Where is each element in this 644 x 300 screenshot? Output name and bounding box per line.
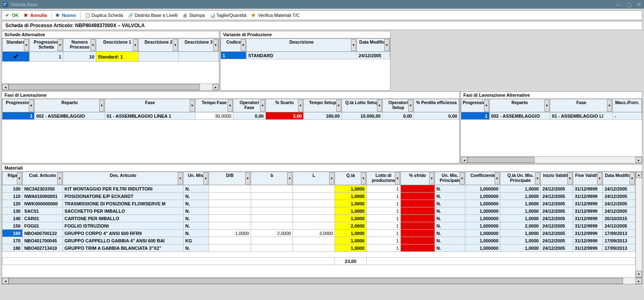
fasi-alt-row[interactable]: 1 002 - ASSEMBLAGGIO 01 - ASSEMBLAGGIO L… — [461, 112, 642, 120]
distinta-livelli-button[interactable]: 🔗Distinta Base a Livelli — [127, 12, 179, 19]
col-filter-icon[interactable]: ▾ — [29, 100, 34, 112]
materiali-row[interactable]: 150FOG01FOGLIO ISTRUZIONIN.2,00001N.1,00… — [2, 222, 635, 230]
fasi-lavorazione-title: Fasi di Lavorazione — [2, 92, 459, 99]
col-filter-icon[interactable]: ▾ — [484, 100, 489, 112]
col-filter-icon[interactable]: ▾ — [460, 172, 465, 184]
col-filter-icon[interactable]: ▾ — [607, 100, 612, 112]
col-filter-icon[interactable]: ▾ — [287, 172, 292, 184]
col-filter-icon[interactable]: ▾ — [91, 39, 95, 51]
col-filter-icon[interactable]: ▾ — [133, 39, 138, 51]
window-title: Distinta Base — [11, 2, 37, 7]
materiali-row[interactable]: 170NBO401700045GRUPPO CAPPELLO GABBIA 4"… — [2, 237, 635, 244]
fasi-alt-hscroll[interactable]: ◂▸ — [461, 156, 642, 163]
close-button[interactable]: ✕ — [637, 1, 642, 8]
col-filter-icon[interactable]: ▾ — [260, 100, 265, 112]
schede-row[interactable]: ✔ 1 10 Standard: 1 — [2, 52, 219, 62]
col-filter-icon[interactable]: ▾ — [173, 39, 178, 51]
app-icon — [2, 2, 8, 7]
col-filter-icon[interactable]: ▾ — [178, 172, 183, 184]
col-filter-icon[interactable]: ▾ — [17, 172, 22, 184]
schede-alternative-title: Schede Alternative — [2, 31, 219, 38]
main-toolbar: ✔OK ✖Annulla ✱Nuovo 📋Duplica Scheda 🔗Dis… — [2, 10, 642, 20]
svg-rect-0 — [3, 2, 8, 7]
col-filter-icon[interactable]: ▾ — [377, 100, 382, 112]
materiali-row[interactable]: 120NWK000000000TRASMISSIONE DI POSIZIONE… — [2, 200, 635, 207]
checkmark-icon: ✔ — [13, 53, 19, 60]
materiali-row[interactable]: 180NBO402713410GRUPPO TRIM A GABBIA BILA… — [2, 244, 635, 252]
col-filter-icon[interactable]: ▾ — [245, 172, 250, 184]
col-filter-icon[interactable]: ▾ — [190, 100, 195, 112]
col-filter-icon[interactable]: ▾ — [241, 39, 246, 51]
materiali-row[interactable]: 160NBO400700122GRUPPO CORPO 4" ANSI 600 … — [2, 230, 635, 237]
col-filter-icon[interactable]: ▾ — [395, 172, 400, 184]
svg-rect-2 — [5, 3, 7, 4]
verifica-materiali-button[interactable]: ✖Verifica Materiali T/C — [251, 12, 300, 19]
col-filter-icon[interactable]: ▾ — [24, 39, 29, 51]
col-filter-icon[interactable]: ▾ — [213, 39, 218, 51]
fasi-row[interactable]: 1 002 - ASSEMBLAGGIO 01 - ASSEMBLAGGIO L… — [2, 112, 459, 120]
annulla-button[interactable]: ✖Annulla — [23, 12, 48, 19]
fasi-lavorazione-grid[interactable]: Progressivo▾ Reparto▾ Fase▾ Tempo Fase▾ … — [2, 99, 459, 163]
col-filter-icon[interactable]: ▾ — [58, 39, 63, 51]
materiali-grid[interactable]: Riga▾Cod. Articolo▾Des. Articolo▾Un. Mis… — [2, 172, 635, 277]
col-filter-icon[interactable]: ▾ — [351, 39, 356, 51]
col-filter-icon[interactable]: ▾ — [228, 100, 232, 112]
col-filter-icon[interactable]: ▾ — [361, 172, 366, 184]
col-filter-icon[interactable]: ▾ — [336, 100, 341, 112]
svg-rect-3 — [4, 5, 5, 6]
materiali-row[interactable]: 100NIC342303350KIT MONTAGGIO PER FILTRI … — [2, 185, 635, 193]
materiali-vscroll[interactable]: ▴▾ — [635, 172, 642, 277]
materiali-row[interactable]: 130SAC01SACCHETTO PER IMBALLON.1,00001N.… — [2, 207, 635, 215]
window-titlebar: Distinta Base — ▢ ✕ — [0, 0, 644, 9]
variante-produzione-grid[interactable]: Codice▾ Descrizione▾ Data Modifica▾ 1 ST… — [221, 38, 390, 90]
minimize-button[interactable]: — — [616, 1, 621, 8]
variante-produzione-title: Variante di Produzione — [221, 31, 390, 38]
scheda-subtitle: Scheda di Processo Articolo: NBP80498370… — [2, 21, 642, 30]
svg-rect-1 — [4, 3, 5, 4]
schede-alternative-grid[interactable]: Standard▾ Progressivo Scheda▾ Numero Pro… — [2, 38, 219, 84]
variante-row[interactable]: 1 STANDARD 24/12/2005 — [221, 52, 390, 59]
materiali-total-row: 23,00 — [2, 258, 635, 265]
col-filter-icon[interactable]: ▾ — [203, 172, 208, 184]
materiali-row[interactable]: 110NWA010000001POSIZIONATORE E/P ECKARDT… — [2, 193, 635, 200]
materiali-hscroll[interactable]: ◂▸ — [2, 277, 642, 284]
fasi-alternative-title: Fasi di Lavorazione Alternative — [461, 92, 642, 99]
col-filter-icon[interactable]: ▾ — [567, 172, 572, 184]
duplica-scheda-button[interactable]: 📋Duplica Scheda — [84, 12, 124, 19]
col-filter-icon[interactable]: ▾ — [384, 39, 389, 51]
col-filter-icon[interactable]: ▾ — [429, 172, 434, 184]
stampa-button[interactable]: 🖨Stampa — [182, 12, 206, 19]
col-filter-icon[interactable]: ▾ — [298, 100, 303, 112]
materiali-row[interactable]: 140CAR01CARTONE PER IMBALLON.1,00001N.1,… — [2, 215, 635, 222]
col-filter-icon[interactable]: ▾ — [99, 100, 104, 112]
maximize-button[interactable]: ▢ — [626, 1, 632, 8]
col-filter-icon[interactable]: ▾ — [408, 100, 413, 112]
materiali-title: Materiali — [2, 165, 642, 172]
fasi-alternative-grid[interactable]: Progressivo▾ Reparto▾ Fase▾ Macc./Forn. … — [461, 99, 642, 156]
col-filter-icon[interactable]: ▾ — [630, 172, 635, 184]
nuovo-button[interactable]: ✱Nuovo — [55, 12, 77, 19]
ok-button[interactable]: ✔OK — [5, 12, 20, 19]
col-filter-icon[interactable]: ▾ — [329, 172, 334, 184]
schede-hscroll[interactable]: ◂▸ — [2, 84, 219, 90]
col-filter-icon[interactable]: ▾ — [57, 172, 62, 184]
col-filter-icon[interactable]: ▾ — [495, 172, 500, 184]
col-filter-icon[interactable]: ▾ — [597, 172, 602, 184]
col-filter-icon[interactable]: ▾ — [535, 172, 540, 184]
col-filter-icon[interactable]: ▾ — [544, 100, 549, 112]
taglie-quantita-button[interactable]: 📊Taglie/Quantità — [209, 12, 247, 19]
